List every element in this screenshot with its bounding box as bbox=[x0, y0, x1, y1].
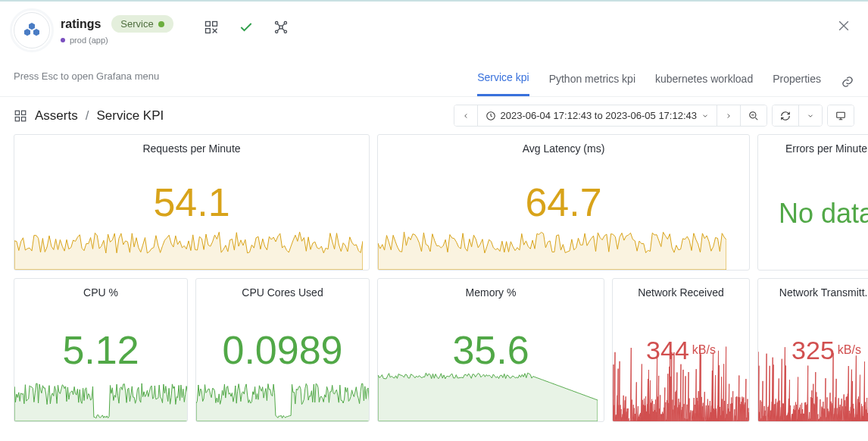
panel-title: Network Transmitt... bbox=[758, 279, 868, 302]
env-dot-icon bbox=[61, 38, 65, 42]
time-controls: 2023-06-04 17:12:43 to 2023-06-05 17:12:… bbox=[454, 105, 855, 127]
panel-title: Requests per Minute bbox=[14, 135, 369, 158]
copy-link-icon[interactable] bbox=[841, 75, 854, 89]
breadcrumb: Asserts / Service KPI bbox=[14, 108, 446, 124]
sparkline bbox=[378, 209, 726, 270]
tab-bar: Press Esc to open Grafana menu Service k… bbox=[0, 67, 868, 97]
panel-title: Network Received bbox=[613, 279, 749, 302]
env-text: prod (app) bbox=[70, 36, 108, 45]
clock-icon bbox=[486, 111, 496, 121]
refresh-button[interactable] bbox=[773, 105, 799, 126]
graph-view-icon[interactable] bbox=[204, 20, 219, 35]
panel-grid: Requests per Minute 54.1 Avg Latency (ms… bbox=[0, 134, 868, 436]
environment-label: prod (app) bbox=[61, 36, 173, 45]
svg-rect-10 bbox=[15, 117, 19, 120]
panel-cpu-cores-used[interactable]: CPU Cores Used 0.0989 bbox=[195, 278, 370, 422]
panel-value: No data bbox=[758, 158, 868, 270]
sparkline bbox=[14, 361, 188, 421]
sparkline bbox=[14, 209, 363, 270]
time-back-button[interactable] bbox=[454, 105, 478, 126]
panel-cpu-percent[interactable]: CPU % 5.12 bbox=[14, 278, 188, 422]
svg-point-6 bbox=[284, 30, 286, 33]
panel-network-transmitted[interactable]: Network Transmitt... 325kB/s bbox=[757, 278, 868, 422]
zoom-out-button[interactable] bbox=[741, 105, 767, 126]
panel-title: Errors per Minute bbox=[758, 135, 868, 158]
svg-rect-1 bbox=[212, 22, 217, 27]
panel-memory-percent[interactable]: Memory % 35.6 bbox=[377, 278, 604, 422]
escape-hint: Press Esc to open Grafana menu bbox=[14, 70, 159, 92]
time-range-button[interactable]: 2023-06-04 17:12:43 to 2023-06-05 17:12:… bbox=[478, 105, 718, 126]
svg-rect-9 bbox=[22, 111, 26, 114]
cubes-icon bbox=[23, 21, 41, 39]
svg-rect-14 bbox=[837, 112, 845, 117]
sparkline bbox=[378, 361, 598, 421]
check-icon[interactable] bbox=[239, 20, 254, 35]
header: ratings Service prod (app) bbox=[0, 2, 868, 53]
svg-point-5 bbox=[275, 30, 277, 33]
tab-python-metrics[interactable]: Python metrics kpi bbox=[549, 68, 635, 95]
time-forward-button[interactable] bbox=[717, 105, 741, 126]
sparkline bbox=[613, 338, 750, 421]
svg-rect-8 bbox=[15, 111, 19, 114]
panel-avg-latency[interactable]: Avg Latency (ms) 64.7 bbox=[377, 134, 750, 271]
breadcrumb-sep: / bbox=[86, 108, 89, 124]
panel-title: CPU % bbox=[14, 279, 187, 302]
svg-point-3 bbox=[275, 22, 277, 24]
sparkline bbox=[758, 338, 868, 421]
toolbar: Asserts / Service KPI 2023-06-04 17:12:4… bbox=[0, 97, 868, 134]
panel-errors-per-minute[interactable]: Errors per Minute No data bbox=[757, 134, 868, 271]
tabs: Service kpi Python metrics kpi kubernete… bbox=[477, 67, 854, 96]
chevron-right-icon bbox=[725, 112, 732, 120]
tab-service-kpi[interactable]: Service kpi bbox=[477, 67, 529, 96]
service-logo bbox=[14, 12, 50, 48]
tab-kubernetes-workload[interactable]: kubernetes workload bbox=[655, 68, 753, 95]
close-icon[interactable] bbox=[836, 18, 851, 33]
dashboards-icon[interactable] bbox=[14, 109, 27, 123]
topology-icon[interactable] bbox=[273, 20, 289, 35]
refresh-icon bbox=[780, 111, 791, 121]
breadcrumb-root[interactable]: Asserts bbox=[35, 108, 78, 124]
panel-network-received[interactable]: Network Received 344kB/s bbox=[612, 278, 750, 422]
chevron-down-icon bbox=[807, 112, 814, 120]
title-block: ratings Service prod (app) bbox=[61, 12, 173, 45]
svg-rect-0 bbox=[205, 22, 210, 27]
panel-title: Memory % bbox=[378, 279, 604, 302]
monitor-icon bbox=[835, 111, 846, 121]
chevron-left-icon bbox=[462, 112, 470, 120]
sparkline bbox=[196, 361, 370, 421]
svg-point-4 bbox=[284, 22, 286, 24]
refresh-interval-button[interactable] bbox=[799, 105, 822, 126]
panel-title: Avg Latency (ms) bbox=[378, 135, 749, 158]
breadcrumb-leaf[interactable]: Service KPI bbox=[96, 108, 164, 124]
service-type-badge: Service bbox=[111, 15, 173, 33]
header-action-icons bbox=[204, 12, 289, 35]
chevron-down-icon bbox=[701, 112, 709, 120]
panel-requests-per-minute[interactable]: Requests per Minute 54.1 bbox=[14, 134, 370, 271]
zoom-out-icon bbox=[748, 111, 759, 121]
svg-rect-2 bbox=[205, 29, 210, 33]
time-range-label: 2023-06-04 17:12:43 to 2023-06-05 17:12:… bbox=[501, 110, 698, 121]
svg-rect-11 bbox=[22, 117, 26, 120]
service-name: ratings bbox=[61, 17, 101, 31]
panel-view-button[interactable] bbox=[828, 105, 854, 126]
panel-title: CPU Cores Used bbox=[196, 279, 369, 302]
tab-properties[interactable]: Properties bbox=[773, 68, 821, 95]
